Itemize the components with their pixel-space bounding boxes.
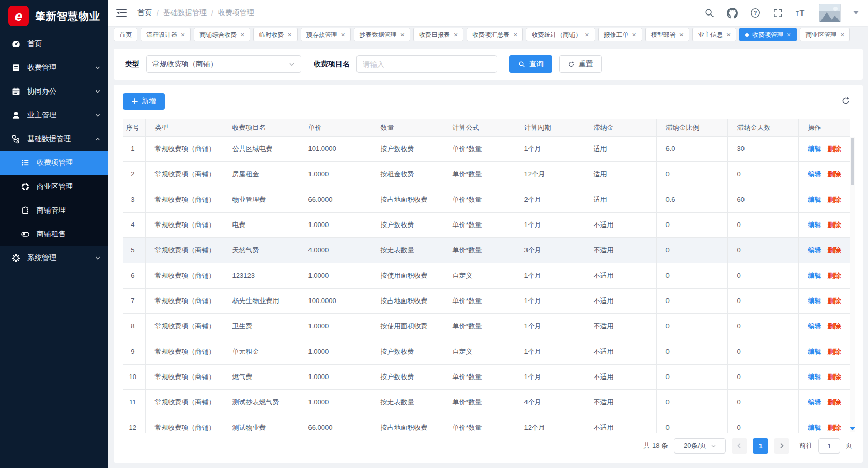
edit-link[interactable]: 编辑 <box>808 145 822 153</box>
reset-button[interactable]: 重置 <box>559 55 602 73</box>
delete-link[interactable]: 删除 <box>828 322 841 330</box>
sidebar-item-label: 首页 <box>27 39 42 49</box>
sidebar-item-system-management[interactable]: 系统管理 <box>0 246 109 270</box>
table-cell: 0 <box>656 313 727 339</box>
tab-4[interactable]: 临时收费× <box>253 28 297 41</box>
prev-page-button[interactable] <box>732 438 747 454</box>
tab-close-icon[interactable]: × <box>787 31 791 38</box>
page-size-select[interactable]: 20条/页 <box>674 438 726 454</box>
table-cell: 4.0000 <box>299 237 371 263</box>
search-button[interactable]: 查询 <box>509 55 552 73</box>
delete-link[interactable]: 删除 <box>828 398 841 406</box>
edit-link[interactable]: 编辑 <box>808 373 822 381</box>
current-page-button[interactable]: 1 <box>753 438 768 454</box>
app-title: 肇新智慧物业 <box>35 9 100 23</box>
table-scrollbar[interactable] <box>850 137 855 432</box>
help-icon[interactable]: ? <box>750 8 761 18</box>
tab-close-icon[interactable]: × <box>400 31 405 38</box>
sidebar-item-collaboration[interactable]: 协同办公 <box>0 80 109 103</box>
goto-page-input[interactable] <box>818 438 840 454</box>
sidebar-item-business-district-management[interactable]: 商业区管理 <box>0 175 109 199</box>
tab-11[interactable]: 模型部署× <box>645 28 689 41</box>
tab-close-icon[interactable]: × <box>513 31 517 38</box>
table-cell: 常规收费项（商铺） <box>145 389 223 415</box>
tab-label: 模型部署 <box>651 31 676 39</box>
breadcrumb-base-data[interactable]: 基础数据管理 <box>163 8 207 18</box>
sidebar-collapse-icon[interactable] <box>116 8 127 18</box>
table-row: 4常规收费项（商铺）电费1.0000按户数收费单价*数量1个月不适用00编辑删除 <box>123 212 850 237</box>
tab-close-icon[interactable]: × <box>679 31 684 38</box>
edit-link[interactable]: 编辑 <box>808 195 822 203</box>
fullscreen-icon[interactable] <box>773 8 783 18</box>
delete-link[interactable]: 删除 <box>828 348 841 355</box>
delete-link[interactable]: 删除 <box>828 297 841 305</box>
edit-link[interactable]: 编辑 <box>808 424 822 431</box>
tab-close-icon[interactable]: × <box>632 31 637 38</box>
goto-label: 前往 <box>799 441 813 450</box>
edit-link[interactable]: 编辑 <box>808 221 822 229</box>
scrollbar-thumb[interactable] <box>851 138 854 185</box>
delete-link[interactable]: 删除 <box>828 170 841 178</box>
tab-close-icon[interactable]: × <box>840 31 844 38</box>
tab-1[interactable]: 首页 <box>114 28 137 41</box>
delete-link[interactable]: 删除 <box>828 221 841 229</box>
edit-link[interactable]: 编辑 <box>808 348 822 355</box>
type-select[interactable]: 常规收费项（商铺） <box>146 55 301 73</box>
edit-link[interactable]: 编辑 <box>808 297 822 305</box>
delete-link[interactable]: 删除 <box>828 195 841 203</box>
sidebar-item-charge-management[interactable]: 收费管理 <box>0 56 109 80</box>
tab-close-icon[interactable]: × <box>585 31 589 38</box>
delete-link[interactable]: 删除 <box>828 373 841 381</box>
edit-link[interactable]: 编辑 <box>808 246 822 254</box>
tab-14[interactable]: 商业区管理× <box>800 28 850 41</box>
refresh-table-icon[interactable] <box>841 96 850 105</box>
table-cell: 1个月 <box>515 212 584 237</box>
tab-8[interactable]: 收费项汇总表× <box>467 28 523 41</box>
tab-close-icon[interactable]: × <box>341 31 345 38</box>
sidebar-item-home[interactable]: 首页 <box>0 32 109 56</box>
edit-link[interactable]: 编辑 <box>808 170 822 178</box>
tab-close-icon[interactable]: × <box>240 31 244 38</box>
delete-link[interactable]: 删除 <box>828 145 841 153</box>
delete-link[interactable]: 删除 <box>828 424 841 431</box>
next-page-button[interactable] <box>774 438 789 454</box>
svg-text:T: T <box>800 9 805 18</box>
sidebar-item-base-data-management[interactable]: 基础数据管理 <box>0 127 109 151</box>
search-icon[interactable] <box>704 8 715 18</box>
sidebar-item-owner-management[interactable]: 业主管理 <box>0 103 109 127</box>
font-size-icon[interactable]: TT <box>795 8 807 18</box>
charge-item-name-input[interactable] <box>357 55 497 73</box>
table-cell: 8 <box>123 313 145 339</box>
tab-close-icon[interactable]: × <box>726 31 731 38</box>
tab-9[interactable]: 收费统计（商铺）× <box>526 28 595 41</box>
scroll-down-icon[interactable] <box>850 427 855 430</box>
tab-3[interactable]: 商铺综合收费× <box>194 28 250 41</box>
add-button[interactable]: 新增 <box>123 93 165 110</box>
delete-link[interactable]: 删除 <box>828 271 841 279</box>
refresh-icon <box>568 61 575 68</box>
tab-close-icon[interactable]: × <box>287 31 291 38</box>
avatar[interactable] <box>819 4 841 22</box>
caret-down-icon[interactable] <box>853 11 859 15</box>
tab-13[interactable]: 收费项管理× <box>739 28 797 41</box>
tab-6[interactable]: 抄表数据管理× <box>354 28 410 41</box>
tab-12[interactable]: 业主信息× <box>692 28 736 41</box>
tab-7[interactable]: 收费日报表× <box>413 28 463 41</box>
tab-close-icon[interactable]: × <box>181 31 185 38</box>
github-icon[interactable] <box>727 8 738 19</box>
table-cell: 按占地面积收费 <box>371 187 443 212</box>
delete-link[interactable]: 删除 <box>828 246 841 254</box>
breadcrumb-home[interactable]: 首页 <box>137 8 152 18</box>
tab-10[interactable]: 报修工单× <box>598 28 642 41</box>
sidebar-item-shop-management[interactable]: 商铺管理 <box>0 199 109 222</box>
sidebar-item-charge-item-management[interactable]: 收费项管理 <box>0 151 109 175</box>
edit-link[interactable]: 编辑 <box>808 322 822 330</box>
table-cell: 1.0000 <box>299 313 371 339</box>
table-cell-actions: 编辑删除 <box>798 415 850 433</box>
sidebar-item-shop-rental[interactable]: 商铺租售 <box>0 222 109 246</box>
tab-5[interactable]: 预存款管理× <box>301 28 351 41</box>
tab-close-icon[interactable]: × <box>454 31 458 38</box>
edit-link[interactable]: 编辑 <box>808 398 822 406</box>
tab-2[interactable]: 流程设计器× <box>141 28 191 41</box>
edit-link[interactable]: 编辑 <box>808 271 822 279</box>
